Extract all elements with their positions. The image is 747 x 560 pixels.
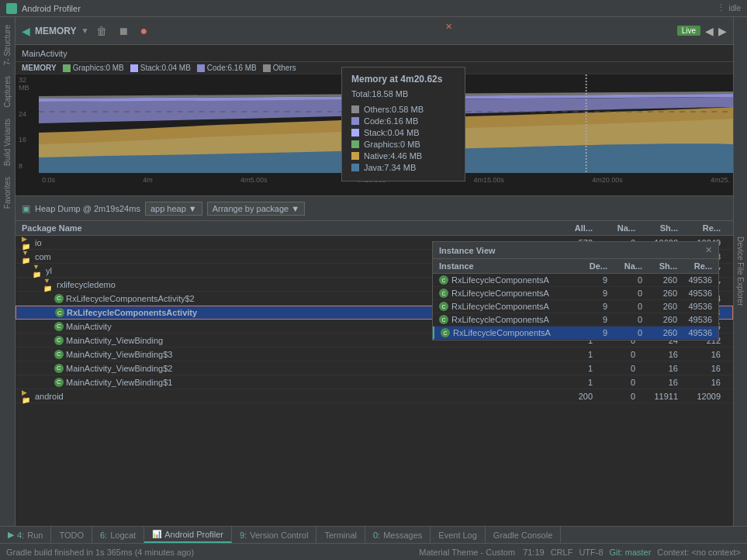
tab-messages[interactable]: 0: Messages	[365, 527, 431, 543]
tab-event-log[interactable]: Event Log	[431, 527, 486, 543]
tooltip-java: Java:7.34 MB	[351, 163, 455, 172]
memory-dropdown-arrow[interactable]: ▼	[81, 26, 89, 35]
folder-icon: ▼ 📁	[33, 265, 43, 276]
context-label: Context: <no context>	[657, 548, 741, 557]
instance-row[interactable]: C RxLifecycleComponentsA 9 0 260 49536	[433, 313, 718, 327]
main-container: 7- Structure Captures Build Variants Fav…	[0, 17, 747, 526]
nav-right-button[interactable]: ▶	[718, 25, 727, 37]
delete-button[interactable]: 🗑	[93, 23, 110, 39]
instance-class-icon: C	[439, 315, 448, 324]
instance-row[interactable]: C RxLifecycleComponentsA 9 0 260 49536	[433, 300, 718, 313]
folder-icon: ▼ 📁	[22, 251, 33, 262]
app-heap-select[interactable]: app heap ▼	[145, 202, 202, 216]
instance-view-panel: Instance View ✕ Instance De... Na... Sh.…	[432, 241, 719, 340]
dropdown-icon: ▼	[188, 204, 197, 213]
instance-close-button[interactable]: ✕	[705, 245, 712, 255]
back-button[interactable]: ◀	[22, 25, 30, 37]
legend-code: Code:6.16 MB	[197, 64, 257, 72]
instance-view-title: Instance View	[439, 246, 496, 255]
tab-logcat-num: 6:	[100, 531, 107, 540]
chart-title: MainActivity	[22, 49, 67, 58]
tab-vc-label: Version Control	[250, 531, 308, 540]
heap-icon: ▣	[22, 203, 30, 214]
heap-toolbar: ▣ Heap Dump @ 2m19s24ms app heap ▼ Arran…	[16, 196, 733, 221]
record-button[interactable]: ●	[137, 22, 150, 40]
app-icon	[6, 3, 17, 14]
tab-run-num: 4:	[17, 531, 24, 540]
col-header-package: Package Name	[22, 223, 556, 233]
tab-gradle-console[interactable]: Gradle Console	[486, 527, 561, 543]
col-header-shallow: Sh...	[642, 223, 684, 233]
class-icon: C	[54, 322, 64, 331]
instance-col-instance: Instance	[439, 261, 572, 271]
class-icon: C	[54, 378, 64, 387]
tooltip-others: Others:0.58 MB	[351, 105, 455, 114]
tab-vc-num: 9:	[240, 531, 247, 540]
tooltip-native: Native:4.46 MB	[351, 151, 455, 161]
close-profiler[interactable]: ✕	[445, 22, 452, 32]
content-area: ◀ MEMORY ▼ 🗑 ⏹ ● ✕ Live ◀ ▶ MainActivity…	[16, 17, 733, 526]
row-name-mainactivity-vb3: MainActivity_ViewBinding$3	[66, 350, 556, 359]
class-icon: C	[54, 336, 64, 345]
row-name-mainactivity-vb1: MainActivity_ViewBinding$1	[66, 378, 556, 387]
tooltip-stack: Stack:0.04 MB	[351, 128, 455, 137]
chart-area: MainActivity MEMORY Graphics:0 MB Stack:…	[16, 45, 733, 196]
table-row-mainactivity-vb2[interactable]: C MainActivity_ViewBinding$2 1 0 16 16	[16, 361, 733, 375]
tab-messages-label: Messages	[383, 531, 422, 540]
arrange-dropdown-icon: ▼	[291, 204, 299, 213]
memory-tooltip: Memory at 4m20.62s Total:18.58 MB Others…	[341, 67, 465, 181]
menu-icon[interactable]: ⋮	[717, 3, 725, 13]
col-header-native: Na...	[599, 223, 642, 233]
table-row-mainactivity-vb3[interactable]: C MainActivity_ViewBinding$3 1 0 16 16	[16, 347, 733, 361]
right-sidebar-label: Device File Explorer	[736, 237, 745, 306]
tab-version-control[interactable]: 9: Version Control	[232, 527, 316, 543]
instance-col-sh: Sh...	[642, 261, 677, 271]
tab-todo[interactable]: TODO	[51, 527, 92, 543]
tooltip-code: Code:6.16 MB	[351, 116, 455, 126]
title-bar-left: Android Profiler	[6, 3, 81, 14]
instance-class-icon: C	[439, 302, 448, 311]
tooltip-graphics: Graphics:0 MB	[351, 140, 455, 149]
profiler-tab-icon: 📊	[152, 530, 161, 538]
live-badge: Live	[677, 26, 700, 36]
bottom-tabs: ▶ 4: Run TODO 6: Logcat 📊 Android Profil…	[0, 526, 747, 543]
sidebar-tab-favorites[interactable]: Favorites	[2, 172, 13, 213]
col-header-alloc: All...	[556, 223, 599, 233]
tab-logcat[interactable]: 6: Logcat	[92, 527, 144, 543]
encoding-label: UTF-8	[579, 548, 603, 557]
memory-label: MEMORY	[35, 26, 77, 36]
instance-col-de: De...	[572, 261, 607, 271]
sidebar-tab-structure[interactable]: 7- Structure	[2, 20, 13, 70]
sidebar-tab-build[interactable]: Build Variants	[2, 114, 13, 171]
tab-terminal[interactable]: Terminal	[316, 527, 365, 543]
legend-stack: Stack:0.04 MB	[130, 64, 191, 72]
tab-terminal-label: Terminal	[324, 531, 357, 540]
legend-others: Others	[263, 64, 296, 72]
class-icon: C	[54, 350, 64, 359]
right-sidebar: Device File Explorer	[733, 17, 747, 526]
instance-class-icon: C	[441, 328, 450, 337]
tab-run[interactable]: ▶ 4: Run	[0, 527, 51, 543]
instance-col-re: Re...	[677, 261, 712, 271]
table-row-android[interactable]: ▶ 📁 android 200 0 11911 12009	[16, 389, 733, 403]
instance-row[interactable]: C RxLifecycleComponentsA 9 0 260 49536	[433, 287, 718, 300]
sidebar-tab-captures[interactable]: Captures	[2, 71, 13, 112]
table-row-mainactivity-vb1[interactable]: C MainActivity_ViewBinding$1 1 0 16 16	[16, 375, 733, 389]
tooltip-total: Total:18.58 MB	[351, 89, 455, 99]
build-status: Gradle build finished in 1s 365ms (4 min…	[6, 548, 194, 557]
line-col: 71:19	[523, 548, 545, 557]
instance-row-active[interactable]: C RxLifecycleComponentsA 9 0 260 49536	[433, 327, 718, 340]
tab-eventlog-label: Event Log	[438, 531, 477, 540]
nav-left-button[interactable]: ◀	[705, 25, 714, 37]
row-name-android: android	[35, 392, 556, 401]
stop-button[interactable]: ⏹	[115, 23, 132, 39]
status-bar: Gradle build finished in 1s 365ms (4 min…	[0, 543, 747, 560]
folder-icon: ▶ 📁	[22, 237, 33, 248]
class-icon: C	[55, 308, 64, 317]
git-label[interactable]: Git: master	[610, 548, 652, 557]
tab-android-profiler[interactable]: 📊 Android Profiler	[144, 527, 232, 543]
table-header: Package Name All... Na... Sh... Re...	[16, 221, 733, 236]
chart-y-axis: 32 MB 24 16 8	[16, 74, 39, 171]
arrange-select[interactable]: Arrange by package ▼	[207, 202, 305, 216]
instance-row[interactable]: C RxLifecycleComponentsA 9 0 260 49536	[433, 274, 718, 287]
